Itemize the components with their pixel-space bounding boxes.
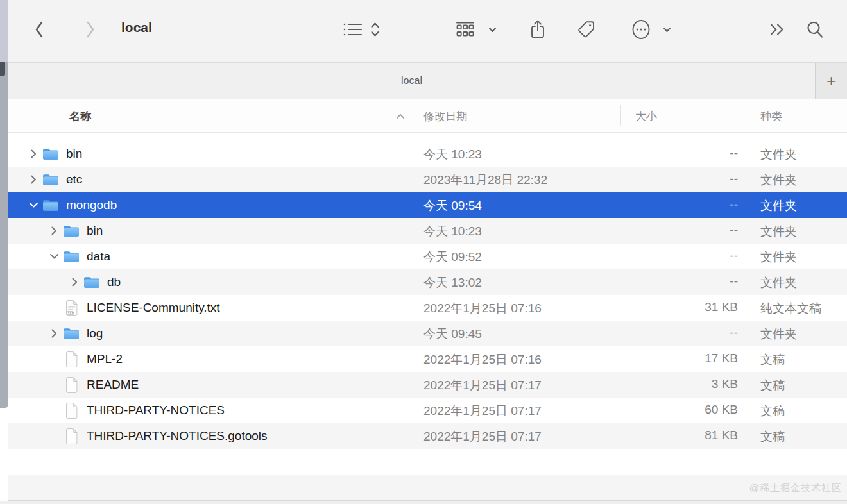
folder-icon xyxy=(42,173,59,187)
file-kind: 文件夹 xyxy=(760,249,797,265)
file-size: -- xyxy=(730,274,738,289)
file-name: LICENSE-Community.txt xyxy=(87,301,220,315)
disclosure-chevron-icon[interactable] xyxy=(28,149,39,158)
file-size: -- xyxy=(730,249,738,263)
file-row[interactable]: LICENSE-Community.txt 2022年1月25日 07:16 3… xyxy=(8,295,847,321)
finder-window: local xyxy=(0,0,847,504)
list-column-headers: 名称 修改日期 大小 种类 xyxy=(8,99,847,133)
file-kind: 文稿 xyxy=(760,351,785,368)
column-header-date[interactable]: 修改日期 xyxy=(424,109,467,124)
file-row[interactable]: THIRD-PARTY-NOTICES 2022年1月25日 07:17 60 … xyxy=(8,398,847,423)
group-chevron[interactable] xyxy=(487,18,497,41)
file-kind: 文稿 xyxy=(760,428,785,445)
file-name-cell: data xyxy=(8,244,110,269)
file-kind: 文件夹 xyxy=(760,197,797,214)
file-date: 2022年1月25日 07:17 xyxy=(424,377,542,394)
file-name: THIRD-PARTY-NOTICES.gotools xyxy=(87,429,268,443)
view-picker-chevrons[interactable] xyxy=(369,18,381,41)
tag-icon xyxy=(577,20,596,39)
file-row[interactable]: etc 2023年11月28日 22:32 -- 文件夹 xyxy=(8,167,847,192)
disclosure-chevron-icon[interactable] xyxy=(28,201,39,210)
list-view-icon xyxy=(343,21,363,38)
file-row[interactable]: bin 今天 10:23 -- 文件夹 xyxy=(8,218,847,244)
group-button[interactable] xyxy=(452,18,478,41)
view-mode-button[interactable] xyxy=(341,18,365,41)
file-row[interactable]: MPL-2 2022年1月25日 07:16 17 KB 文稿 xyxy=(8,346,847,372)
file-name-cell: log xyxy=(8,321,103,346)
file-name: README xyxy=(87,378,139,392)
file-name: db xyxy=(107,275,121,289)
file-row[interactable]: data 今天 09:52 -- 文件夹 xyxy=(8,244,847,269)
ellipsis-circle-icon xyxy=(631,19,651,40)
document-file-icon xyxy=(63,402,80,419)
file-size: -- xyxy=(730,197,738,212)
file-size: 17 KB xyxy=(705,351,738,365)
forward-chevron-icon xyxy=(85,21,96,38)
file-name-cell: bin xyxy=(8,141,82,167)
share-button[interactable] xyxy=(526,18,550,41)
search-button[interactable] xyxy=(803,18,827,41)
column-divider[interactable] xyxy=(415,105,415,126)
file-name: mongodb xyxy=(66,198,117,212)
tags-button[interactable] xyxy=(574,18,599,41)
file-date: 2023年11月28日 22:32 xyxy=(424,172,547,189)
more-actions-button[interactable] xyxy=(628,18,654,41)
file-size: 81 KB xyxy=(705,428,738,442)
file-kind: 文稿 xyxy=(760,403,785,419)
back-button[interactable] xyxy=(28,18,51,41)
forward-button[interactable] xyxy=(79,18,102,41)
file-name: log xyxy=(87,326,103,340)
updown-chevrons-icon xyxy=(370,21,380,38)
column-header-kind[interactable]: 种类 xyxy=(760,109,782,124)
sort-ascending-icon xyxy=(396,113,405,119)
column-header-name[interactable]: 名称 xyxy=(69,109,91,124)
file-size: 60 KB xyxy=(705,403,738,417)
new-tab-button[interactable]: + xyxy=(815,63,847,99)
background-window-corner xyxy=(0,62,5,76)
column-divider[interactable] xyxy=(749,105,749,126)
file-name-cell: README xyxy=(8,372,139,398)
file-name-cell: THIRD-PARTY-NOTICES.gotools xyxy=(8,423,268,449)
window-bottom-shadow xyxy=(0,501,847,504)
file-kind: 文件夹 xyxy=(760,274,797,291)
file-name-cell: mongodb xyxy=(8,192,117,218)
file-date: 今天 09:54 xyxy=(424,197,482,214)
file-name: THIRD-PARTY-NOTICES xyxy=(87,403,225,417)
tab-local[interactable]: local xyxy=(8,63,815,99)
file-name-cell: etc xyxy=(8,167,82,192)
file-row[interactable]: log 今天 09:45 -- 文件夹 xyxy=(8,321,847,346)
file-row-selected[interactable]: mongodb 今天 09:54 -- 文件夹 xyxy=(8,192,847,218)
toolbar-overflow-button[interactable] xyxy=(768,18,787,41)
file-date: 今天 09:52 xyxy=(424,249,482,265)
file-date: 今天 09:45 xyxy=(424,326,482,342)
file-row[interactable]: bin 今天 10:23 -- 文件夹 xyxy=(8,141,847,167)
disclosure-chevron-icon[interactable] xyxy=(69,278,80,287)
background-window-edge xyxy=(0,62,8,408)
empty-row xyxy=(8,449,847,475)
disclosure-chevron-icon[interactable] xyxy=(48,226,60,235)
file-row[interactable]: db 今天 13:02 -- 文件夹 xyxy=(8,269,847,295)
empty-row xyxy=(8,475,847,500)
file-name: bin xyxy=(87,224,103,238)
file-date: 2022年1月25日 07:17 xyxy=(424,403,542,419)
disclosure-chevron-icon[interactable] xyxy=(48,252,60,261)
folder-icon xyxy=(63,250,80,264)
file-kind: 文件夹 xyxy=(760,326,797,342)
file-kind: 纯文本文稿 xyxy=(760,300,821,317)
folder-icon xyxy=(83,276,100,289)
disclosure-chevron-icon[interactable] xyxy=(28,175,39,184)
chevron-down-icon xyxy=(663,27,671,33)
column-divider[interactable] xyxy=(620,105,621,126)
toolbar: local xyxy=(8,0,847,62)
file-row[interactable]: THIRD-PARTY-NOTICES.gotools 2022年1月25日 0… xyxy=(8,423,847,449)
disclosure-chevron-icon[interactable] xyxy=(48,329,60,338)
column-header-size[interactable]: 大小 xyxy=(635,109,657,124)
more-chevron[interactable] xyxy=(662,18,672,41)
file-name-cell: bin xyxy=(8,218,103,244)
file-name: etc xyxy=(66,172,82,187)
chevron-down-icon xyxy=(488,27,497,33)
file-row[interactable]: README 2022年1月25日 07:17 3 KB 文稿 xyxy=(8,372,847,398)
file-name: data xyxy=(87,249,110,264)
file-name-cell: LICENSE-Community.txt xyxy=(8,295,220,321)
folder-icon xyxy=(42,199,59,212)
